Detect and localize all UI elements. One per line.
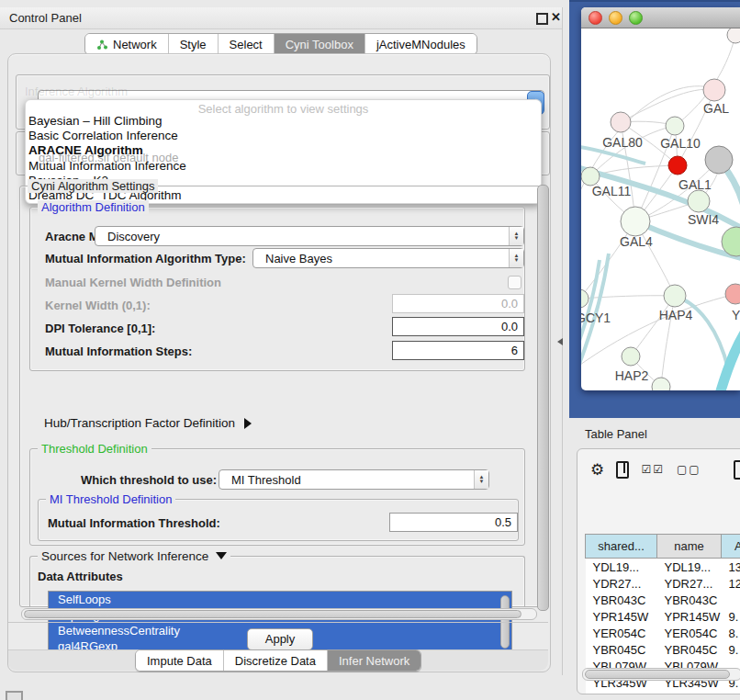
- hub-tf-definition-label: Hub/Transcription Factor Definition: [44, 416, 235, 430]
- node-pink-right[interactable]: [725, 284, 740, 304]
- table-row[interactable]: YER054CYER054C8.: [586, 625, 740, 641]
- tab-style[interactable]: Style: [168, 34, 218, 54]
- column-header-name[interactable]: name: [657, 535, 722, 559]
- settings-vertical-scrollbar[interactable]: [537, 185, 549, 611]
- mi-type-combo[interactable]: Naive Bayes ▲▼: [252, 248, 524, 268]
- algorithm-definition-group: Algorithm Definition Aracne Mode: Discov…: [29, 207, 525, 371]
- tab-discretize-data-label: Discretize Data: [235, 654, 316, 668]
- column-header-shared[interactable]: shared...: [586, 535, 657, 559]
- node-hap4[interactable]: [664, 285, 686, 307]
- network-canvas[interactable]: GAL GAL80 GAL10 GAL11 GAL1 SWI4 GAL4 GCY…: [581, 28, 740, 390]
- splitter-collapse-arrow[interactable]: [557, 338, 563, 345]
- tab-select-label: Select: [230, 38, 263, 51]
- screenshot-root: Control Panel ✕ Network Style Se: [0, 0, 740, 700]
- table-row[interactable]: YDL19...YDL19...13: [586, 559, 740, 576]
- node-hap2[interactable]: [622, 347, 640, 366]
- node-gal80[interactable]: [611, 112, 631, 132]
- manual-kernel-checkbox[interactable]: [508, 276, 521, 289]
- node-label-gal4: GAL4: [620, 234, 653, 249]
- float-window-icon[interactable]: [536, 13, 548, 25]
- column-header-a[interactable]: A: [722, 535, 740, 559]
- split-columns-icon[interactable]: [616, 461, 629, 479]
- node-gal4[interactable]: [621, 207, 650, 236]
- node-partial-bottom[interactable]: [652, 378, 670, 390]
- document-icon[interactable]: [734, 460, 740, 480]
- aracne-mode-combo[interactable]: Discovery ▲▼: [95, 226, 524, 246]
- which-threshold-label: Which threshold to use:: [81, 473, 217, 487]
- table-row[interactable]: YBR045CYBR045C9.: [586, 641, 740, 658]
- node-label-gal: GAL: [703, 101, 729, 116]
- node-partial-top[interactable]: [727, 28, 740, 43]
- node-label-gal11: GAL11: [592, 184, 632, 198]
- table-row[interactable]: YIL052CYIL052C9.: [586, 691, 740, 694]
- sources-group-title: Sources for Network Inference: [38, 549, 230, 563]
- network-window-titlebar[interactable]: [581, 7, 740, 28]
- tab-network[interactable]: Network: [85, 34, 168, 54]
- settings-horizontal-scrollbar[interactable]: [21, 608, 537, 620]
- node-label-swi4: SWI4: [688, 212, 719, 227]
- threshold-definition-group: Threshold Definition Which threshold to …: [29, 448, 525, 546]
- node-gray[interactable]: [705, 146, 733, 174]
- tab-jactivemnodules-label: jActiveMNodules: [376, 38, 465, 51]
- ghost-combo-value: gal-filtered.sif default node: [39, 151, 178, 164]
- mac-close-button[interactable]: [589, 11, 602, 25]
- table-row[interactable]: YDR27...YDR27...12: [586, 575, 740, 592]
- data-attributes-label: Data Attributes: [38, 570, 123, 583]
- network-tab-icon: [96, 39, 108, 51]
- tab-select[interactable]: Select: [218, 34, 274, 54]
- tab-style-label: Style: [180, 38, 207, 51]
- kernel-width-label: Kernel Width (0,1):: [45, 299, 151, 312]
- mi-threshold-group: MI Threshold Definition Mutual Informati…: [38, 499, 519, 541]
- node-gal1[interactable]: [688, 190, 710, 212]
- tab-cyni-toolbox-label: Cyni Toolbox: [286, 38, 353, 51]
- node-label-gal10: GAL10: [660, 136, 701, 151]
- tab-jactivemnodules[interactable]: jActiveMNodules: [364, 34, 477, 54]
- aracne-mode-value: Discovery: [95, 230, 509, 243]
- node-label-y-cut: Y: [732, 308, 740, 322]
- deselect-all-checkboxes-icon[interactable]: ▢▢: [677, 463, 701, 476]
- tab-infer-network[interactable]: Infer Network: [327, 650, 420, 671]
- kernel-width-field[interactable]: 0.0: [392, 294, 524, 313]
- control-panel-window: Control Panel ✕ Network Style Se: [0, 7, 563, 675]
- aracne-mode-spinner: ▲▼: [509, 227, 523, 245]
- node-gal11[interactable]: [581, 167, 600, 186]
- mi-type-spinner: ▲▼: [509, 249, 523, 267]
- cyni-algorithm-settings-title: Cyni Algorithm Settings: [28, 179, 158, 193]
- apply-button[interactable]: Apply: [247, 628, 313, 650]
- node-gcy1[interactable]: [581, 289, 589, 308]
- hub-tf-definition-toggle[interactable]: Hub/Transcription Factor Definition: [44, 416, 252, 430]
- close-icon[interactable]: ✕: [551, 10, 561, 24]
- expanded-arrow-icon[interactable]: [216, 552, 227, 559]
- popup-item-bayesian-hill[interactable]: Bayesian – Hill Climbing: [26, 114, 541, 129]
- popup-item-basic-correlation[interactable]: Basic Correlation Inference: [26, 129, 541, 143]
- node-red-selected[interactable]: [668, 156, 687, 175]
- mi-steps-field[interactable]: 6: [392, 341, 524, 360]
- tab-cyni-toolbox[interactable]: Cyni Toolbox: [274, 34, 364, 54]
- dpi-tolerance-field[interactable]: 0.0: [392, 317, 524, 336]
- control-panel-tabbar: Network Style Select Cyni Toolbox jActiv…: [84, 33, 477, 55]
- mi-threshold-label: Mutual Information Threshold:: [48, 516, 220, 530]
- mac-minimize-button[interactable]: [609, 11, 622, 25]
- select-all-checkboxes-icon[interactable]: ☑☑: [641, 463, 665, 476]
- control-panel-titlebar[interactable]: Control Panel ✕: [0, 7, 562, 29]
- gear-icon[interactable]: ⚙: [590, 462, 604, 478]
- node-label-gcy1: GCY1: [581, 310, 611, 325]
- mi-threshold-group-title: MI Threshold Definition: [46, 492, 175, 506]
- table-panel-title: Table Panel: [585, 427, 647, 441]
- divider: [8, 622, 548, 623]
- cyni-toolbox-panel: ▲▼ ▲▼ Select algorithm to view settings …: [7, 53, 551, 672]
- table-horizontal-scrollbar[interactable]: [582, 668, 740, 681]
- node-label-gal1: GAL1: [678, 177, 712, 192]
- tab-impute-data[interactable]: Impute Data: [136, 650, 223, 671]
- tab-infer-network-label: Infer Network: [339, 654, 409, 668]
- docked-panel-icon[interactable]: [6, 691, 23, 700]
- list-item-selfloops[interactable]: SelfLoops: [49, 592, 511, 607]
- node-gal-pink[interactable]: [703, 79, 725, 101]
- table-row[interactable]: YBR043CYBR043C: [586, 592, 740, 608]
- table-row[interactable]: YPR145WYPR145W9.: [586, 608, 740, 625]
- which-threshold-combo[interactable]: MI Threshold ▲▼: [219, 469, 489, 490]
- tab-discretize-data[interactable]: Discretize Data: [223, 650, 327, 671]
- mac-zoom-button[interactable]: [629, 11, 643, 25]
- mi-threshold-field[interactable]: 0.5: [389, 513, 518, 532]
- node-gal10[interactable]: [666, 117, 684, 135]
